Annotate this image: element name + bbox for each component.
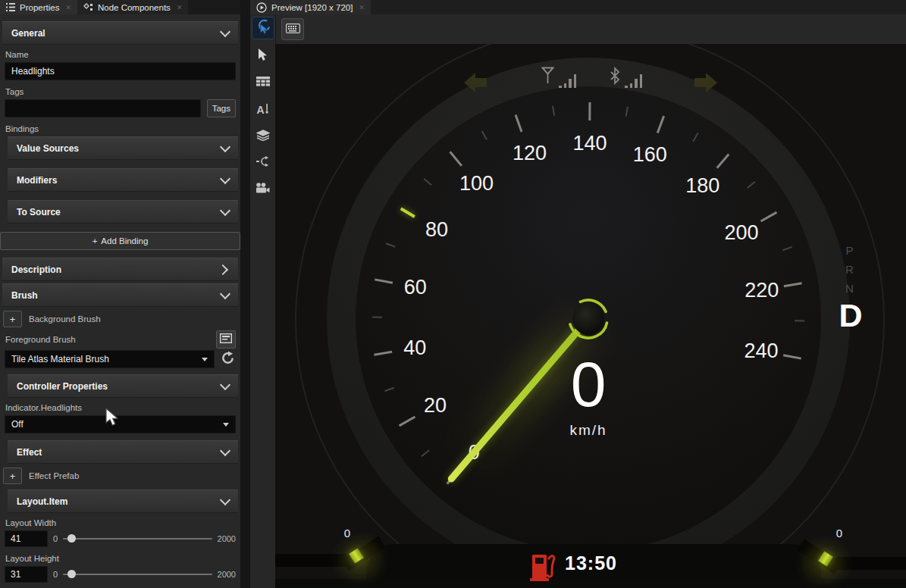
needle-hub-ring bbox=[566, 297, 610, 344]
tags-field[interactable] bbox=[5, 99, 201, 117]
preview-panel: Preview [1920 x 720] ✕ A bbox=[250, 0, 906, 588]
section-brush[interactable]: Brush bbox=[2, 283, 238, 307]
name-label: Name bbox=[5, 50, 240, 59]
chevron-down-icon bbox=[220, 379, 230, 389]
tab-node-components-label: Node Components bbox=[98, 3, 171, 12]
section-controller-properties-title: Controller Properties bbox=[17, 381, 221, 392]
signal-bars-icon bbox=[625, 74, 642, 88]
instance-tool-button[interactable] bbox=[252, 154, 274, 172]
preview-toolbar bbox=[275, 14, 906, 45]
foreground-brush-value: Tile Atlas Material Brush bbox=[11, 354, 109, 364]
section-description-title: Description bbox=[11, 264, 219, 275]
left-tabbar: Properties ✕ Node Components ✕ bbox=[0, 0, 240, 14]
node-components-icon bbox=[83, 3, 93, 12]
slider-min-label: 0 bbox=[53, 534, 58, 543]
panel-divider[interactable] bbox=[240, 0, 250, 588]
speed-value: 0 bbox=[528, 350, 649, 418]
slider-handle[interactable] bbox=[67, 570, 76, 578]
chevron-down-icon bbox=[220, 173, 230, 183]
text-tool-icon: A bbox=[256, 104, 264, 116]
slider-handle[interactable] bbox=[67, 534, 76, 543]
gear-r: R bbox=[838, 260, 862, 279]
gauge-label: 80 bbox=[412, 217, 461, 242]
keyboard-icon bbox=[286, 23, 300, 36]
right-gauge-zero-label: 0 bbox=[830, 527, 848, 540]
tab-properties[interactable]: Properties ✕ bbox=[0, 0, 77, 14]
text-cursor-mark-icon bbox=[265, 103, 269, 117]
section-value-sources-title: Value Sources bbox=[17, 143, 221, 154]
tab-properties-label: Properties bbox=[20, 3, 59, 12]
foreground-brush-dropdown[interactable]: Tile Atlas Material Brush bbox=[5, 350, 215, 368]
add-binding-label: Add Binding bbox=[101, 236, 148, 246]
section-layout-item[interactable]: Layout.Item bbox=[8, 489, 238, 513]
section-effect-title: Effect bbox=[17, 447, 221, 458]
grid-tool-button[interactable] bbox=[252, 74, 274, 92]
gauge-label: 140 bbox=[566, 131, 614, 155]
tab-preview[interactable]: Preview [1920 x 720] ✕ bbox=[250, 0, 371, 14]
layout-width-field[interactable]: 41 bbox=[5, 530, 48, 547]
reset-brush-button[interactable] bbox=[219, 351, 236, 368]
layout-width-slider[interactable] bbox=[63, 538, 212, 540]
layers-tool-button[interactable] bbox=[252, 127, 274, 145]
add-effect-prefab-button[interactable]: + bbox=[3, 468, 22, 484]
bluetooth-icon bbox=[610, 67, 620, 88]
layout-height-label: Layout Height bbox=[5, 554, 240, 563]
speed-unit: km/h bbox=[543, 422, 634, 439]
layout-width-label: Layout Width bbox=[5, 518, 240, 527]
section-brush-title: Brush bbox=[11, 290, 221, 301]
section-value-sources[interactable]: Value Sources bbox=[8, 136, 238, 160]
properties-list-icon bbox=[6, 3, 15, 11]
background-brush-label: Background Brush bbox=[29, 314, 101, 324]
gear-positions: P R N bbox=[838, 241, 862, 298]
effect-prefab-label: Effect Prefab bbox=[29, 471, 79, 480]
branch-arrows-icon bbox=[256, 156, 269, 170]
chevron-down-icon bbox=[220, 141, 230, 152]
left-gauge-zero-label: 0 bbox=[338, 527, 356, 540]
name-field[interactable]: Headlights bbox=[5, 62, 236, 80]
bindings-label: Bindings bbox=[5, 124, 240, 133]
section-to-source-title: To Source bbox=[17, 207, 221, 217]
interact-tool-button[interactable] bbox=[252, 17, 274, 39]
select-tool-button[interactable] bbox=[252, 48, 274, 66]
tab-node-components[interactable]: Node Components ✕ bbox=[77, 0, 188, 14]
tags-button[interactable]: Tags bbox=[207, 99, 236, 117]
section-effect[interactable]: Effect bbox=[8, 440, 238, 464]
gauge-label: 60 bbox=[391, 275, 440, 299]
signal-bars-icon bbox=[559, 74, 576, 88]
chevron-right-icon bbox=[218, 264, 228, 274]
bluetooth-signal-indicator bbox=[610, 67, 642, 88]
add-background-brush-button[interactable]: + bbox=[3, 311, 22, 327]
layout-height-slider[interactable] bbox=[63, 574, 212, 575]
gauge-label: 180 bbox=[679, 174, 727, 198]
preview-tabbar: Preview [1920 x 720] ✕ bbox=[250, 0, 906, 14]
section-description[interactable]: Description bbox=[2, 258, 238, 281]
section-to-source[interactable]: To Source bbox=[8, 200, 238, 224]
preview-viewport[interactable]: 020406080100120140160180200220240 0 km/h… bbox=[275, 44, 906, 588]
section-general[interactable]: General bbox=[2, 21, 238, 45]
indicator-headlights-label: Indicator.Headlights bbox=[5, 403, 240, 412]
reset-icon bbox=[221, 351, 235, 368]
close-icon[interactable]: ✕ bbox=[359, 4, 365, 11]
gauge-label: 120 bbox=[506, 141, 554, 165]
add-binding-button[interactable]: + Add Binding bbox=[0, 232, 240, 250]
virtual-keyboard-button[interactable] bbox=[281, 18, 304, 40]
close-icon[interactable]: ✕ bbox=[65, 4, 71, 11]
turn-signal-left-icon bbox=[464, 73, 487, 92]
camera-tool-button[interactable] bbox=[252, 180, 274, 199]
tab-preview-label: Preview [1920 x 720] bbox=[271, 3, 353, 12]
indicator-headlights-dropdown[interactable]: Off bbox=[5, 415, 236, 433]
section-controller-properties[interactable]: Controller Properties bbox=[8, 374, 238, 398]
section-general-title: General bbox=[11, 28, 221, 39]
window-icon bbox=[220, 333, 232, 346]
chevron-down-icon bbox=[220, 494, 230, 505]
play-circle-icon bbox=[256, 2, 267, 13]
section-modifiers[interactable]: Modifiers bbox=[8, 168, 238, 192]
brush-editor-button[interactable] bbox=[216, 330, 236, 349]
arrow-cursor-icon bbox=[257, 48, 268, 65]
turn-signal-right-icon bbox=[694, 73, 717, 92]
text-tool-button[interactable]: A bbox=[252, 101, 274, 119]
gauge-tick bbox=[588, 102, 591, 120]
caret-down-icon bbox=[223, 423, 229, 427]
layout-height-field[interactable]: 31 bbox=[5, 566, 48, 583]
close-icon[interactable]: ✕ bbox=[177, 4, 183, 11]
